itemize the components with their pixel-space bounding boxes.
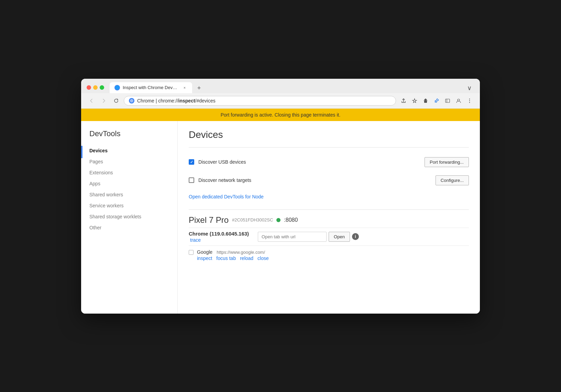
- discover-network-row: Discover network targets Configure...: [189, 171, 469, 189]
- back-button[interactable]: [87, 96, 96, 106]
- maximize-window-button[interactable]: [100, 85, 104, 90]
- devtools-title: DevTools: [81, 129, 177, 145]
- tab-reload-link[interactable]: reload: [240, 255, 253, 261]
- device-port: :8080: [284, 217, 298, 223]
- svg-rect-2: [446, 99, 450, 102]
- new-tab-button[interactable]: +: [194, 84, 204, 93]
- title-bar: 🌐 Inspect with Chrome Develo… × + ∨: [81, 79, 480, 93]
- address-bar[interactable]: Chrome | chrome://inspect/#devices: [124, 96, 396, 106]
- port-forwarding-banner: Port forwarding is active. Closing this …: [81, 109, 480, 121]
- sidebar-item-shared-workers[interactable]: Shared workers: [81, 189, 177, 200]
- open-tab-input[interactable]: [258, 232, 327, 242]
- extensions-button[interactable]: [421, 96, 430, 106]
- account-button[interactable]: [454, 96, 463, 106]
- sidebar-item-extensions[interactable]: Extensions: [81, 167, 177, 178]
- page-title: Devices: [189, 129, 469, 140]
- open-node-devtools-link[interactable]: Open dedicated DevTools for Node: [189, 194, 264, 199]
- forward-button[interactable]: [99, 96, 109, 106]
- tab-close-link[interactable]: close: [257, 255, 269, 261]
- tab-site-name: Google: [197, 249, 212, 255]
- browser-window: 🌐 Inspect with Chrome Develo… × + ∨ Chro…: [81, 79, 480, 314]
- svg-point-4: [458, 99, 460, 101]
- devtools-pin-button[interactable]: [432, 96, 441, 106]
- bookmark-button[interactable]: [410, 96, 419, 106]
- address-separator: |: [156, 98, 157, 104]
- device-id: #2C051FDH3002SC: [232, 217, 273, 222]
- nav-bar: Chrome | chrome://inspect/#devices: [81, 93, 480, 109]
- minimize-window-button[interactable]: [93, 85, 98, 90]
- sidebar-item-pages[interactable]: Pages: [81, 156, 177, 167]
- chrome-version: Chrome (119.0.6045.163): [189, 231, 249, 237]
- sidebar-item-other[interactable]: Other: [81, 222, 177, 233]
- traffic-lights: [87, 85, 104, 90]
- tab-actions: inspect focus tab reload close: [197, 255, 469, 261]
- sidebar-item-devices[interactable]: Devices: [81, 145, 177, 156]
- address-url: chrome://inspect/#devices: [158, 98, 216, 104]
- tab-url: https://www.google.com/: [217, 250, 265, 255]
- tab-title: Inspect with Chrome Develo…: [123, 85, 179, 90]
- tab-close-button[interactable]: ×: [182, 85, 187, 90]
- discover-usb-label: Discover USB devices: [198, 159, 420, 165]
- address-text: Chrome | chrome://inspect/#devices: [137, 98, 391, 104]
- sidebar-item-apps[interactable]: Apps: [81, 178, 177, 189]
- tab-focus-link[interactable]: focus tab: [216, 255, 236, 261]
- tab-inspect-link[interactable]: inspect: [197, 255, 212, 261]
- reload-button[interactable]: [111, 96, 121, 106]
- sidebar-item-shared-storage-worklets[interactable]: Shared storage worklets: [81, 211, 177, 222]
- tab-overflow-button[interactable]: ∨: [464, 83, 474, 93]
- discover-network-label: Discover network targets: [198, 177, 431, 183]
- discover-usb-row: ✓ Discover USB devices Port forwarding..…: [189, 153, 469, 171]
- nav-actions: [399, 96, 474, 106]
- tab-entry: Google https://www.google.com/ inspect f…: [189, 246, 469, 264]
- tab-entry-checkbox[interactable]: [189, 250, 194, 255]
- node-devtools-row: Open dedicated DevTools for Node: [189, 189, 469, 204]
- chrome-row: Chrome (119.0.6045.163) trace Open i: [189, 228, 469, 246]
- port-forwarding-button[interactable]: Port forwarding...: [425, 157, 469, 167]
- sidebar-toggle-button[interactable]: [443, 96, 452, 106]
- active-indicator: [81, 146, 82, 158]
- main-content: DevTools Devices Pages Extensions Apps S…: [81, 121, 480, 314]
- tab-bar: 🌐 Inspect with Chrome Develo… × + ∨: [110, 82, 474, 93]
- content-area: Devices ✓ Discover USB devices Port forw…: [177, 121, 480, 314]
- site-icon: [129, 98, 134, 104]
- address-site-name: Chrome: [137, 98, 154, 104]
- device-name: Pixel 7 Pro: [189, 215, 229, 225]
- tab-favicon: 🌐: [114, 85, 120, 90]
- close-window-button[interactable]: [87, 85, 91, 90]
- svg-point-5: [469, 98, 470, 99]
- trace-link[interactable]: trace: [190, 237, 249, 243]
- menu-button[interactable]: [465, 96, 474, 106]
- checkmark-icon: ✓: [190, 160, 193, 164]
- discover-network-checkbox[interactable]: [189, 177, 194, 183]
- device-status-dot: [276, 218, 280, 222]
- configure-button[interactable]: Configure...: [436, 175, 469, 185]
- share-button[interactable]: [399, 96, 408, 106]
- open-tab-button[interactable]: Open: [329, 232, 350, 242]
- active-tab[interactable]: 🌐 Inspect with Chrome Develo… ×: [110, 82, 192, 93]
- info-icon[interactable]: i: [352, 233, 359, 240]
- tab-info: Google https://www.google.com/ inspect f…: [197, 249, 469, 261]
- device-section: Pixel 7 Pro #2C051FDH3002SC :8080 Chrome…: [189, 215, 469, 264]
- sidebar-item-service-workers[interactable]: Service workers: [81, 200, 177, 211]
- svg-point-6: [469, 100, 470, 101]
- device-header: Pixel 7 Pro #2C051FDH3002SC :8080: [189, 215, 469, 225]
- discover-usb-checkbox[interactable]: ✓: [189, 159, 194, 165]
- sidebar: DevTools Devices Pages Extensions Apps S…: [81, 121, 177, 314]
- divider-device: [189, 209, 469, 210]
- divider-top: [189, 147, 469, 148]
- svg-point-7: [469, 102, 470, 102]
